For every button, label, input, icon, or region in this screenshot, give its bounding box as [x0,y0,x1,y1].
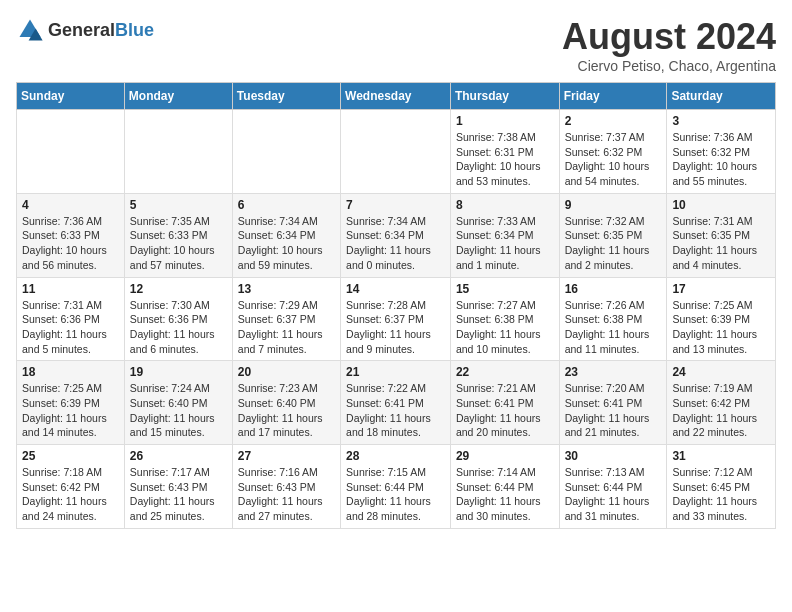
day-info: Sunrise: 7:24 AMSunset: 6:40 PMDaylight:… [130,381,227,440]
day-number: 31 [672,449,770,463]
weekday-header-friday: Friday [559,83,667,110]
calendar-cell: 13Sunrise: 7:29 AMSunset: 6:37 PMDayligh… [232,277,340,361]
calendar-cell: 31Sunrise: 7:12 AMSunset: 6:45 PMDayligh… [667,445,776,529]
day-number: 24 [672,365,770,379]
day-number: 1 [456,114,554,128]
calendar-cell: 28Sunrise: 7:15 AMSunset: 6:44 PMDayligh… [341,445,451,529]
day-info: Sunrise: 7:34 AMSunset: 6:34 PMDaylight:… [238,214,335,273]
calendar-cell: 10Sunrise: 7:31 AMSunset: 6:35 PMDayligh… [667,193,776,277]
day-info: Sunrise: 7:15 AMSunset: 6:44 PMDaylight:… [346,465,445,524]
day-info: Sunrise: 7:31 AMSunset: 6:35 PMDaylight:… [672,214,770,273]
day-number: 7 [346,198,445,212]
day-info: Sunrise: 7:23 AMSunset: 6:40 PMDaylight:… [238,381,335,440]
calendar-week-row: 25Sunrise: 7:18 AMSunset: 6:42 PMDayligh… [17,445,776,529]
calendar-cell: 23Sunrise: 7:20 AMSunset: 6:41 PMDayligh… [559,361,667,445]
day-number: 9 [565,198,662,212]
calendar-cell [124,110,232,194]
day-info: Sunrise: 7:37 AMSunset: 6:32 PMDaylight:… [565,130,662,189]
calendar-cell: 29Sunrise: 7:14 AMSunset: 6:44 PMDayligh… [450,445,559,529]
calendar-cell: 6Sunrise: 7:34 AMSunset: 6:34 PMDaylight… [232,193,340,277]
calendar-cell: 15Sunrise: 7:27 AMSunset: 6:38 PMDayligh… [450,277,559,361]
day-number: 20 [238,365,335,379]
day-number: 27 [238,449,335,463]
calendar-cell: 5Sunrise: 7:35 AMSunset: 6:33 PMDaylight… [124,193,232,277]
weekday-header-thursday: Thursday [450,83,559,110]
day-number: 26 [130,449,227,463]
day-info: Sunrise: 7:28 AMSunset: 6:37 PMDaylight:… [346,298,445,357]
day-number: 6 [238,198,335,212]
day-number: 29 [456,449,554,463]
day-number: 8 [456,198,554,212]
day-info: Sunrise: 7:32 AMSunset: 6:35 PMDaylight:… [565,214,662,273]
calendar-cell: 11Sunrise: 7:31 AMSunset: 6:36 PMDayligh… [17,277,125,361]
calendar-cell: 24Sunrise: 7:19 AMSunset: 6:42 PMDayligh… [667,361,776,445]
calendar-cell: 18Sunrise: 7:25 AMSunset: 6:39 PMDayligh… [17,361,125,445]
day-number: 14 [346,282,445,296]
day-info: Sunrise: 7:34 AMSunset: 6:34 PMDaylight:… [346,214,445,273]
calendar-cell [341,110,451,194]
day-number: 10 [672,198,770,212]
day-info: Sunrise: 7:35 AMSunset: 6:33 PMDaylight:… [130,214,227,273]
day-number: 12 [130,282,227,296]
day-info: Sunrise: 7:36 AMSunset: 6:33 PMDaylight:… [22,214,119,273]
day-number: 2 [565,114,662,128]
day-number: 30 [565,449,662,463]
calendar-week-row: 11Sunrise: 7:31 AMSunset: 6:36 PMDayligh… [17,277,776,361]
day-number: 16 [565,282,662,296]
location-subtitle: Ciervo Petiso, Chaco, Argentina [562,58,776,74]
calendar-cell: 21Sunrise: 7:22 AMSunset: 6:41 PMDayligh… [341,361,451,445]
day-info: Sunrise: 7:22 AMSunset: 6:41 PMDaylight:… [346,381,445,440]
weekday-header-monday: Monday [124,83,232,110]
calendar-cell: 30Sunrise: 7:13 AMSunset: 6:44 PMDayligh… [559,445,667,529]
day-info: Sunrise: 7:25 AMSunset: 6:39 PMDaylight:… [672,298,770,357]
day-number: 13 [238,282,335,296]
day-info: Sunrise: 7:12 AMSunset: 6:45 PMDaylight:… [672,465,770,524]
calendar-cell: 25Sunrise: 7:18 AMSunset: 6:42 PMDayligh… [17,445,125,529]
day-info: Sunrise: 7:30 AMSunset: 6:36 PMDaylight:… [130,298,227,357]
day-number: 22 [456,365,554,379]
day-info: Sunrise: 7:29 AMSunset: 6:37 PMDaylight:… [238,298,335,357]
day-number: 17 [672,282,770,296]
calendar-cell: 27Sunrise: 7:16 AMSunset: 6:43 PMDayligh… [232,445,340,529]
weekday-header-saturday: Saturday [667,83,776,110]
calendar-cell: 12Sunrise: 7:30 AMSunset: 6:36 PMDayligh… [124,277,232,361]
month-year-title: August 2024 [562,16,776,58]
day-number: 3 [672,114,770,128]
day-number: 5 [130,198,227,212]
calendar-cell: 16Sunrise: 7:26 AMSunset: 6:38 PMDayligh… [559,277,667,361]
calendar-cell: 7Sunrise: 7:34 AMSunset: 6:34 PMDaylight… [341,193,451,277]
day-info: Sunrise: 7:21 AMSunset: 6:41 PMDaylight:… [456,381,554,440]
calendar-body: 1Sunrise: 7:38 AMSunset: 6:31 PMDaylight… [17,110,776,529]
day-info: Sunrise: 7:18 AMSunset: 6:42 PMDaylight:… [22,465,119,524]
calendar-week-row: 4Sunrise: 7:36 AMSunset: 6:33 PMDaylight… [17,193,776,277]
calendar-cell: 26Sunrise: 7:17 AMSunset: 6:43 PMDayligh… [124,445,232,529]
calendar-cell: 2Sunrise: 7:37 AMSunset: 6:32 PMDaylight… [559,110,667,194]
logo-general: General [48,20,115,40]
day-number: 15 [456,282,554,296]
day-info: Sunrise: 7:17 AMSunset: 6:43 PMDaylight:… [130,465,227,524]
day-info: Sunrise: 7:16 AMSunset: 6:43 PMDaylight:… [238,465,335,524]
calendar-cell [232,110,340,194]
page-header: GeneralBlue August 2024 Ciervo Petiso, C… [16,16,776,74]
day-info: Sunrise: 7:19 AMSunset: 6:42 PMDaylight:… [672,381,770,440]
title-block: August 2024 Ciervo Petiso, Chaco, Argent… [562,16,776,74]
calendar-cell: 4Sunrise: 7:36 AMSunset: 6:33 PMDaylight… [17,193,125,277]
logo-text: GeneralBlue [48,20,154,41]
day-info: Sunrise: 7:36 AMSunset: 6:32 PMDaylight:… [672,130,770,189]
day-number: 23 [565,365,662,379]
logo: GeneralBlue [16,16,154,44]
weekday-header-wednesday: Wednesday [341,83,451,110]
calendar-cell: 22Sunrise: 7:21 AMSunset: 6:41 PMDayligh… [450,361,559,445]
day-info: Sunrise: 7:26 AMSunset: 6:38 PMDaylight:… [565,298,662,357]
day-number: 25 [22,449,119,463]
logo-icon [16,16,44,44]
calendar-cell: 14Sunrise: 7:28 AMSunset: 6:37 PMDayligh… [341,277,451,361]
weekday-header-sunday: Sunday [17,83,125,110]
calendar-cell: 17Sunrise: 7:25 AMSunset: 6:39 PMDayligh… [667,277,776,361]
day-info: Sunrise: 7:13 AMSunset: 6:44 PMDaylight:… [565,465,662,524]
day-info: Sunrise: 7:31 AMSunset: 6:36 PMDaylight:… [22,298,119,357]
weekday-header-tuesday: Tuesday [232,83,340,110]
day-info: Sunrise: 7:33 AMSunset: 6:34 PMDaylight:… [456,214,554,273]
calendar-cell [17,110,125,194]
calendar-cell: 3Sunrise: 7:36 AMSunset: 6:32 PMDaylight… [667,110,776,194]
